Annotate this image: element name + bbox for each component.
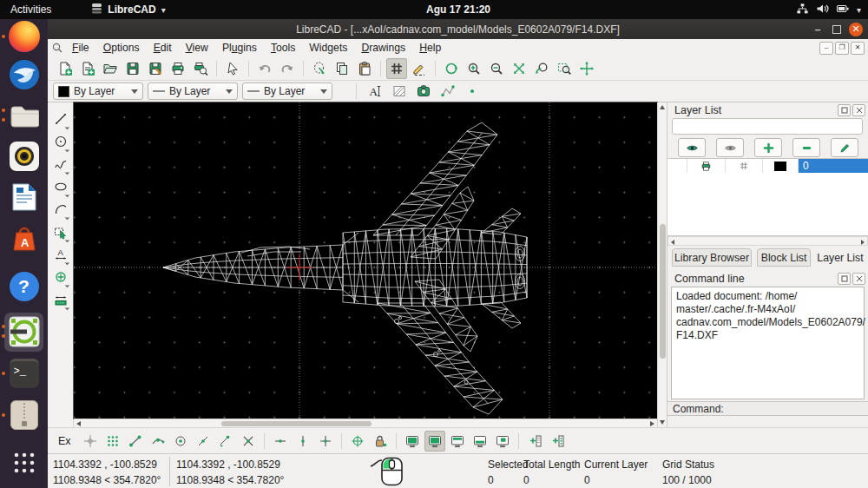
snap-center[interactable] bbox=[170, 431, 191, 452]
dock-widget-1[interactable] bbox=[402, 431, 423, 452]
clock[interactable]: Agu 17 21:20 bbox=[426, 3, 490, 16]
vertical-scrollbar[interactable] bbox=[657, 102, 667, 427]
dimension-tool[interactable]: A bbox=[49, 243, 71, 265]
dock-item-libreoffice-writer[interactable] bbox=[0, 177, 48, 217]
horizontal-scrollbar[interactable] bbox=[74, 419, 657, 427]
snap-entity[interactable] bbox=[148, 431, 168, 452]
show-all-layers-button[interactable] bbox=[678, 138, 706, 157]
zoom-out[interactable] bbox=[486, 58, 507, 79]
mdi-window-controls[interactable]: – ❐ ✕ bbox=[819, 42, 865, 55]
restrict-horizontal[interactable] bbox=[270, 431, 291, 452]
insert-tool[interactable] bbox=[49, 266, 71, 287]
paste[interactable] bbox=[354, 58, 375, 79]
menu-view[interactable]: View bbox=[179, 41, 215, 55]
tab-layer-list[interactable]: Layer List bbox=[814, 248, 866, 267]
exclusive-snap-label[interactable]: Ex bbox=[58, 435, 71, 447]
grid-toggle[interactable] bbox=[386, 58, 407, 79]
command-line-float-button[interactable] bbox=[838, 273, 851, 285]
menu-help[interactable]: Help bbox=[412, 41, 448, 55]
dock-item-librecad[interactable] bbox=[0, 312, 48, 352]
snap-intersection[interactable] bbox=[238, 431, 259, 452]
command-input[interactable]: Command: bbox=[667, 401, 868, 416]
zoom-previous[interactable] bbox=[531, 58, 552, 79]
mdi-restore-button[interactable]: ❐ bbox=[835, 42, 849, 55]
dock-item-thunderbird[interactable] bbox=[0, 55, 48, 95]
system-tray[interactable]: ▾ bbox=[796, 0, 861, 19]
tab-block-list[interactable]: Block List bbox=[757, 248, 811, 267]
redo[interactable] bbox=[277, 58, 298, 79]
circle-tool[interactable] bbox=[49, 130, 71, 152]
point-tool[interactable] bbox=[462, 81, 483, 102]
modify-layer-button[interactable] bbox=[831, 138, 858, 157]
command-line-close-button[interactable] bbox=[852, 273, 865, 285]
color-combobox[interactable]: By Layer bbox=[53, 82, 143, 100]
dock-item-show-applications[interactable] bbox=[0, 443, 48, 483]
menu-options[interactable]: Options bbox=[96, 41, 147, 55]
zoom-pan[interactable] bbox=[576, 58, 597, 79]
layer-list-close-button[interactable] bbox=[852, 104, 865, 116]
line-type-combobox[interactable]: By Layer bbox=[242, 82, 332, 100]
select-pointer[interactable] bbox=[222, 58, 243, 79]
layer-list-float-button[interactable] bbox=[838, 104, 851, 116]
layer-table-scrollbar[interactable] bbox=[667, 236, 868, 246]
dock-item-archive-manager[interactable] bbox=[0, 395, 48, 435]
tab-library-browser[interactable]: Library Browser bbox=[672, 248, 752, 267]
layer-color-swatch[interactable] bbox=[763, 159, 799, 173]
mdi-minimize-button[interactable]: – bbox=[819, 42, 833, 55]
save-as[interactable] bbox=[145, 58, 166, 79]
layer-filter-input[interactable] bbox=[672, 118, 863, 135]
cut[interactable] bbox=[309, 58, 330, 79]
open-drawing[interactable] bbox=[100, 58, 121, 79]
menu-edit[interactable]: Edit bbox=[147, 41, 179, 55]
draft-mode[interactable] bbox=[409, 58, 430, 79]
print[interactable] bbox=[168, 58, 188, 79]
set-relative-zero[interactable] bbox=[347, 431, 368, 452]
dock-item-terminal[interactable]: >_ bbox=[0, 353, 48, 393]
print-preview[interactable] bbox=[190, 58, 211, 79]
dock-item-ubuntu-software[interactable]: A bbox=[0, 219, 48, 259]
horizontal-scrollbar-thumb[interactable] bbox=[221, 421, 372, 427]
menu-drawings[interactable]: Drawings bbox=[354, 41, 412, 55]
new-from-template[interactable] bbox=[77, 58, 98, 79]
save[interactable] bbox=[122, 58, 143, 79]
layer-row[interactable]: 0 bbox=[667, 159, 868, 173]
dock-item-files[interactable] bbox=[0, 96, 48, 135]
polyline-node-tool[interactable] bbox=[437, 81, 458, 102]
remove-layer-button[interactable] bbox=[792, 138, 820, 157]
layer-print-icon[interactable] bbox=[687, 159, 726, 173]
dock-widget-4[interactable] bbox=[470, 431, 490, 452]
polyline-tool[interactable] bbox=[49, 198, 71, 220]
menu-tools[interactable]: Tools bbox=[264, 41, 302, 55]
ellipse-tool[interactable] bbox=[49, 175, 71, 197]
snap-endpoint[interactable] bbox=[125, 431, 146, 452]
copy[interactable] bbox=[332, 58, 352, 79]
undo[interactable] bbox=[254, 58, 275, 79]
layer-construction-icon[interactable] bbox=[726, 159, 763, 173]
restore-button[interactable] bbox=[832, 25, 841, 34]
dock-widget-3[interactable] bbox=[447, 431, 468, 452]
menu-widgets[interactable]: Widgets bbox=[302, 41, 354, 55]
new-drawing[interactable] bbox=[55, 58, 76, 79]
menu-file[interactable]: File bbox=[65, 41, 96, 55]
lock-relative-zero[interactable] bbox=[370, 431, 391, 452]
close-button[interactable]: ✕ bbox=[849, 23, 863, 36]
hide-all-layers-button[interactable] bbox=[716, 138, 744, 157]
vertical-scrollbar-thumb[interactable] bbox=[660, 224, 666, 359]
dock-item-firefox[interactable] bbox=[0, 16, 48, 56]
add-layer-button[interactable] bbox=[754, 138, 782, 157]
window-titlebar[interactable]: LibreCAD - [...xAoI/cadnav.com_model/Mod… bbox=[48, 19, 868, 39]
spline-tool[interactable] bbox=[49, 153, 71, 175]
activities-button[interactable]: Activities bbox=[10, 3, 51, 16]
zoom-auto[interactable] bbox=[509, 58, 529, 79]
layer-table[interactable]: 0 bbox=[667, 158, 868, 236]
restrict-orthogonal[interactable] bbox=[315, 431, 336, 452]
snap-free[interactable] bbox=[80, 431, 101, 452]
snap-grid[interactable] bbox=[102, 431, 123, 452]
dock-item-rhythmbox[interactable] bbox=[0, 136, 48, 176]
drawing-canvas[interactable] bbox=[74, 102, 657, 419]
line-tool[interactable] bbox=[49, 108, 71, 129]
app-menu-button[interactable]: LibreCAD ▾ bbox=[91, 3, 165, 16]
line-width-combobox[interactable]: By Layer bbox=[148, 82, 238, 100]
select-tool[interactable] bbox=[49, 221, 71, 242]
dock-item-help[interactable]: ? bbox=[0, 267, 48, 307]
